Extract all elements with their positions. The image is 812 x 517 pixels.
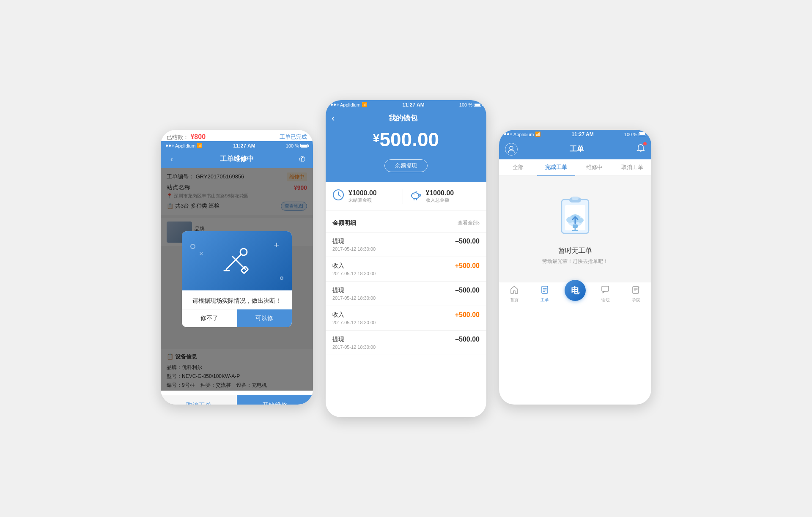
wifi-icon: 📶: [197, 143, 203, 148]
wallet-blue-section: ‹ 我的钱包 ¥500.00 余额提现: [326, 109, 486, 182]
svg-point-1: [240, 249, 247, 255]
nav-academy-label: 学院: [632, 297, 640, 303]
deco-plus: +: [274, 240, 279, 251]
battery-label-2: 100 %: [459, 102, 472, 107]
status-bar-1: Applidium 📶 11:27 AM 100 %: [161, 141, 313, 150]
completed-badge: 工单已完成: [280, 133, 307, 141]
transaction-item-5: 提现 2017-05-12 18:30:00 –500.00: [326, 331, 486, 355]
phone-1: 已结款： ¥800 工单已完成 Applidium 📶 11:27 AM 100…: [161, 130, 313, 405]
bottom-nav: 首页 工单 电: [499, 282, 651, 306]
nav-center[interactable]: 电: [560, 282, 590, 306]
tx-date-4: 2017-05-12 18:30:00: [332, 320, 376, 325]
time-display-2: 11:27 AM: [402, 102, 424, 108]
tool-svg-icon: [220, 246, 254, 276]
time-display-3: 11:27 AM: [571, 131, 593, 137]
signal-icon-2: [331, 104, 339, 106]
empty-title: 暂时无工单: [558, 246, 592, 255]
time-display: 11:27 AM: [233, 143, 255, 149]
tab-completed[interactable]: 完成工单: [537, 159, 575, 176]
battery-icon: [300, 144, 308, 148]
home-icon: [510, 285, 519, 296]
nav-forum[interactable]: 论坛: [590, 282, 621, 306]
notification-badge: [643, 142, 647, 145]
svg-line-0: [226, 254, 241, 269]
svg-point-6: [411, 193, 419, 199]
tx-date-1: 2017-05-12 18:30:00: [332, 246, 376, 252]
logo-symbol: 电: [571, 285, 579, 296]
tx-date-5: 2017-05-12 18:30:00: [332, 345, 376, 350]
tab-cancelled[interactable]: 取消工单: [613, 159, 651, 176]
tx-type-1: 提现: [332, 238, 376, 245]
nav-workorder[interactable]: 工单: [529, 282, 560, 306]
empty-state: 暂时无工单 劳动最光荣！赶快去抢单吧！: [499, 176, 651, 282]
cannot-fix-button[interactable]: 修不了: [182, 309, 237, 327]
nav-forum-label: 论坛: [601, 297, 610, 303]
settled-label: 已结款：: [167, 134, 189, 140]
nav-home[interactable]: 首页: [499, 282, 529, 306]
transaction-item-3: 提现 2017-05-12 18:30:00 –500.00: [326, 282, 486, 306]
dialog-box: + ✕: [182, 231, 292, 327]
tx-amount-5: –500.00: [455, 336, 480, 343]
header-bar-1: ‹ 工单维修中 ✆: [161, 150, 313, 168]
battery-icon-2: [474, 103, 481, 107]
wallet-title: 我的钱包: [389, 113, 417, 123]
total-income-label: 收入总金额: [426, 197, 454, 203]
svg-rect-30: [602, 286, 609, 291]
tx-date-2: 2017-05-12 18:30:00: [332, 271, 376, 276]
unsettled-stat: ¥1000.00 未结算金额: [332, 189, 403, 204]
withdraw-button[interactable]: 余额提现: [384, 159, 428, 172]
settled-info: 已结款： ¥800: [167, 133, 206, 141]
tx-type-2: 收入: [332, 262, 376, 270]
detail-header: 金额明细 查看全部 ›: [326, 214, 486, 233]
chevron-right-icon: ›: [478, 220, 480, 226]
status-bar-3: Applidium 📶 11:27 AM 100 %: [499, 130, 651, 139]
carrier-label-3: Applidium: [513, 132, 534, 137]
battery-icon-3: [639, 132, 646, 136]
svg-point-11: [510, 146, 513, 150]
signal-icon: [166, 145, 174, 147]
balance-amount: ¥500.00: [332, 128, 480, 151]
dialog-buttons: 修不了 可以修: [182, 309, 292, 327]
user-avatar[interactable]: [505, 143, 518, 156]
top-partial-card: 已结款： ¥800 工单已完成: [161, 130, 313, 141]
wallet-back-button[interactable]: ‹: [332, 113, 335, 124]
svg-rect-31: [633, 287, 639, 293]
unsettled-label: 未结算金额: [348, 197, 377, 203]
view-all-button[interactable]: 查看全部 ›: [458, 219, 480, 227]
phone-1-body: 工单编号： GRY201705169856 维修中 站点名称 ¥900 📍 深圳…: [161, 168, 313, 405]
start-repair-button[interactable]: 开始维修: [237, 395, 313, 405]
nav-home-label: 首页: [510, 297, 518, 303]
signal-icon-3: [504, 133, 512, 135]
wallet-stats: ¥1000.00 未结算金额 ¥1000.00 收入总金额: [326, 182, 486, 211]
tx-type-3: 提现: [332, 287, 376, 294]
total-income-amount: ¥1000.00: [426, 189, 454, 197]
tx-date-3: 2017-05-12 18:30:00: [332, 295, 376, 301]
phone-button[interactable]: ✆: [297, 155, 307, 164]
center-logo-button[interactable]: 电: [565, 280, 586, 301]
notification-button[interactable]: [636, 143, 645, 155]
battery-label-3: 100 %: [624, 132, 637, 137]
forum-icon: [601, 285, 610, 296]
cancel-order-button[interactable]: 取消工单: [161, 395, 237, 405]
svg-point-7: [418, 194, 420, 196]
can-fix-button[interactable]: 可以修: [237, 309, 292, 327]
empty-subtitle: 劳动最光荣！赶快去抢单吧！: [542, 258, 608, 265]
tab-in-repair[interactable]: 维修中: [575, 159, 613, 176]
bottom-action-bar: 取消工单 开始维修: [161, 395, 313, 405]
battery-label: 100 %: [286, 143, 299, 148]
yen-symbol: ¥: [373, 131, 380, 145]
svg-rect-16: [572, 197, 579, 200]
tabs-bar: 全部 完成工单 维修中 取消工单: [499, 159, 651, 176]
tab-all[interactable]: 全部: [499, 159, 537, 176]
nav-academy[interactable]: 学院: [621, 282, 651, 306]
total-income-stat: ¥1000.00 收入总金额: [403, 189, 480, 204]
phone-3: Applidium 📶 11:27 AM 100 % 工单 全部 完成工单: [499, 130, 651, 405]
phone3-header: 工单: [499, 139, 651, 159]
clipboard-illustration: [554, 193, 596, 240]
workorder-icon: [540, 285, 549, 296]
dialog-overlay: + ✕: [161, 168, 313, 391]
tx-amount-1: –500.00: [455, 238, 480, 245]
piggy-icon: [410, 189, 422, 204]
balance-display: ¥500.00 余额提现: [332, 128, 480, 172]
back-button[interactable]: ‹: [167, 155, 177, 164]
